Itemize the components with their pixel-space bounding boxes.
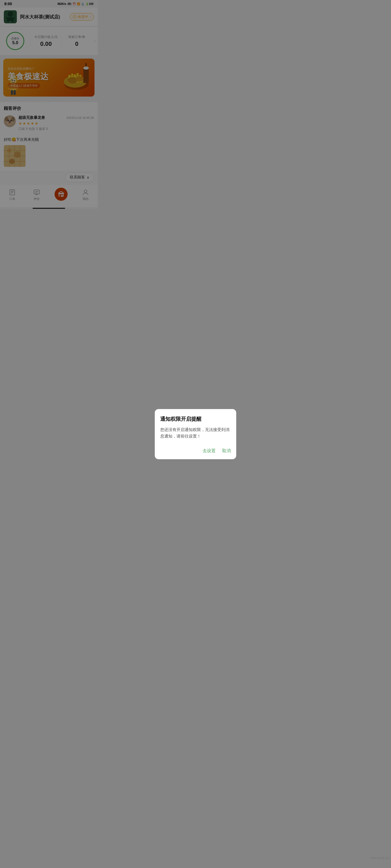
dialog-overlay: 通知权限开启提醒 您还没有开启通知权限，无法接受到消息通知，请前往设置！ 去设置…: [0, 0, 98, 217]
